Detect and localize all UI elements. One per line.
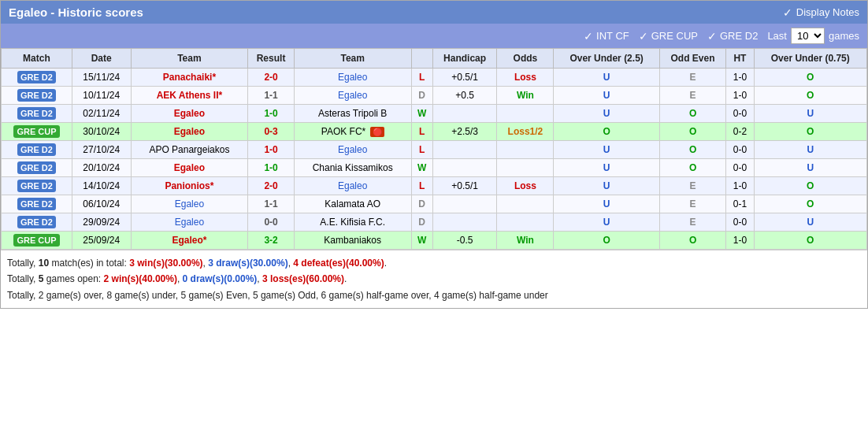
table-row: GRE D202/11/24Egaleo1-0Asteras Tripoli B… [2,105,867,123]
cell-team1: Egaleo [131,105,248,123]
last-label: Last [767,30,787,42]
display-notes-check: ✓ [783,6,792,19]
open-wins: 2 win(s)(40.00%) [104,273,177,284]
cell-ou075: U [754,213,866,232]
cell-ht: 1-0 [726,177,754,195]
cell-team1: Egaleo [131,159,248,177]
cell-team1: APO Panargeiakos [131,141,248,159]
col-letter [411,49,432,69]
cell-match: GRE D2 [2,87,72,105]
cell-date: 30/10/24 [72,123,131,141]
cell-ht: 1-0 [726,232,754,250]
cell-ou25: U [554,141,659,159]
col-result: Result [248,49,295,69]
open-losses: 3 loss(es)(60.00%) [262,273,344,284]
summary-line3: Totally, 2 game(s) over, 8 game(s) under… [7,287,861,303]
cell-team2: PAOK FC* 🔴 [294,123,411,141]
cell-oe: E [659,87,725,105]
cell-ht: 0-0 [726,141,754,159]
table-row: GRE D215/11/24Panachaiki*2-0EgaleoL+0.5/… [2,69,867,87]
cell-odds: Loss1/2 [497,123,554,141]
cell-match: GRE D2 [2,141,72,159]
col-ou075: Over Under (0.75) [754,49,866,69]
cell-date: 14/10/24 [72,177,131,195]
cell-team2: Egaleo [294,87,411,105]
cell-letter: W [411,159,432,177]
cell-oe: O [659,141,725,159]
table-row: GRE D210/11/24AEK Athens II*1-1EgaleoD+0… [2,87,867,105]
open-games: 5 [39,273,44,284]
cell-team2: Kambaniakos [294,232,411,250]
match-badge: GRE D2 [17,216,56,228]
cell-result: 3-2 [248,232,295,250]
match-badge: GRE D2 [17,161,56,174]
total-matches: 10 [39,258,49,269]
cell-odds [497,213,554,232]
last-games-select[interactable]: 10 5 15 20 [791,28,825,44]
cell-ou25: U [554,159,659,177]
table-row: GRE D220/10/24Egaleo1-0Chania Kissamikos… [2,159,867,177]
cell-ou075: U [754,159,866,177]
cell-date: 25/09/24 [72,232,131,250]
total-defeats: 4 defeat(es)(40.00%) [293,258,384,269]
cell-odds: Loss [497,69,554,87]
grecup-check: ✓ [639,30,648,43]
cell-handicap [432,213,497,232]
cell-match: GRE CUP [2,123,72,141]
total-draws: 3 draw(s)(30.00%) [208,258,287,269]
col-date: Date [72,49,131,69]
cell-match: GRE CUP [2,232,72,250]
match-badge: GRE D2 [17,89,56,102]
table-row: GRE D229/09/24Egaleo0-0A.E. Kifisia F.C.… [2,213,867,232]
cell-handicap: +0.5/1 [432,177,497,195]
cell-ou075: U [754,105,866,123]
cell-letter: W [411,232,432,250]
col-odds: Odds [497,49,554,69]
cell-handicap [432,105,497,123]
cell-oe: E [659,213,725,232]
cell-odds [497,105,554,123]
cell-team2: Egaleo [294,177,411,195]
table-row: GRE D206/10/24Egaleo1-1Kalamata AODUE0-1… [2,195,867,213]
cell-result: 0-0 [248,213,295,232]
cell-match: GRE D2 [2,195,72,213]
cell-ht: 1-0 [726,87,754,105]
cell-letter: L [411,141,432,159]
display-notes-label[interactable]: Display Notes [796,6,859,18]
col-team2: Team [294,49,411,69]
cell-ht: 0-0 [726,213,754,232]
cell-date: 02/11/24 [72,105,131,123]
cell-team1: Panachaiki* [131,69,248,87]
cell-match: GRE D2 [2,159,72,177]
cell-odds [497,159,554,177]
cell-ou075: O [754,69,866,87]
table-row: GRE CUP25/09/24Egaleo*3-2KambaniakosW-0.… [2,232,867,250]
match-badge: GRE D2 [17,143,56,156]
cell-team2: Egaleo [294,69,411,87]
cell-letter: D [411,195,432,213]
filter-last: Last 10 5 15 20 games [767,28,859,44]
cell-letter: L [411,69,432,87]
cell-ou075: U [754,141,866,159]
col-oe: Odd Even [659,49,725,69]
cell-handicap [432,159,497,177]
cell-oe: O [659,105,725,123]
filter-gred2[interactable]: ✓ GRE D2 [707,30,758,43]
cell-letter: W [411,105,432,123]
match-badge: GRE D2 [17,107,56,120]
col-team1: Team [131,49,248,69]
cell-team2: A.E. Kifisia F.C. [294,213,411,232]
cell-team1: AEK Athens II* [131,87,248,105]
filter-grecup[interactable]: ✓ GRE CUP [639,30,698,43]
cell-ht: 1-0 [726,69,754,87]
summary-line2: Totally, 5 games open: 2 win(s)(40.00%),… [7,271,861,287]
cell-result: 1-1 [248,87,295,105]
table-row: GRE CUP30/10/24Egaleo0-3PAOK FC* 🔴L+2.5/… [2,123,867,141]
filter-intcf[interactable]: ✓ INT CF [584,30,629,43]
cell-team1: Panionios* [131,177,248,195]
cell-ou25: U [554,105,659,123]
cell-odds [497,195,554,213]
cell-ou075: O [754,177,866,195]
cell-result: 1-0 [248,159,295,177]
match-badge: GRE D2 [17,198,56,210]
